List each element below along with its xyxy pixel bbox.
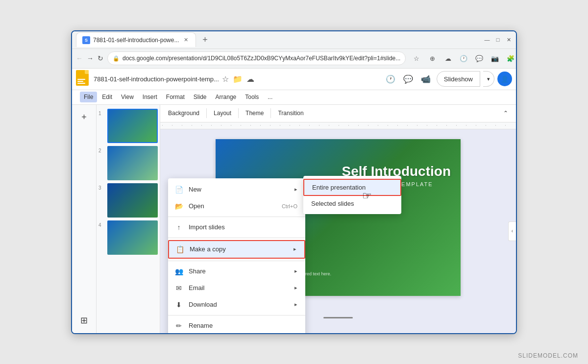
- theme-label: Theme: [245, 110, 264, 117]
- folder-icon[interactable]: 📁: [233, 74, 243, 84]
- cloud-icon[interactable]: ☁: [441, 51, 455, 65]
- slide-number-4: 4: [98, 222, 105, 228]
- tab-close-button[interactable]: ✕: [182, 36, 190, 44]
- lock-icon: 🔒: [113, 55, 120, 62]
- import-icon: ↑: [174, 222, 184, 232]
- panel-collapse-handle[interactable]: ‹: [508, 221, 516, 241]
- minimize-button[interactable]: —: [484, 36, 490, 43]
- menu-more[interactable]: ...: [264, 92, 276, 102]
- open-icon: 📂: [174, 201, 184, 211]
- toolbar-icons: 🕐 💬 📹: [383, 71, 434, 87]
- copy-arrow: ▸: [294, 246, 296, 252]
- download-label: Download: [189, 301, 290, 308]
- slide-number-2: 2: [98, 148, 105, 153]
- submenu-entire-presentation[interactable]: Entire presentation: [303, 179, 401, 196]
- history-icon[interactable]: 🕐: [457, 51, 470, 65]
- menu-edit[interactable]: Edit: [98, 92, 116, 102]
- open-label: Open: [189, 202, 277, 210]
- back-button[interactable]: ←: [76, 51, 83, 65]
- background-label: Background: [168, 110, 199, 117]
- email-icon: ✉: [174, 283, 184, 293]
- rename-icon: ✏: [174, 321, 184, 331]
- menu-format[interactable]: Format: [162, 92, 189, 102]
- url-bar[interactable]: 🔒 docs.google.com/presentation/d/1D9CiL0…: [107, 51, 406, 65]
- menu-arrange[interactable]: Arrange: [212, 92, 241, 102]
- slide-number-3: 3: [98, 185, 105, 191]
- user-avatar[interactable]: 👤: [497, 72, 512, 86]
- layout-label: Layout: [214, 110, 231, 117]
- new-tab-button[interactable]: +: [198, 33, 212, 47]
- left-panel: + ⊞: [72, 105, 97, 333]
- maximize-button[interactable]: □: [494, 36, 501, 43]
- menu-insert[interactable]: Insert: [139, 92, 161, 102]
- title-bar: S 7881-01-self-introduction-powe... ✕ + …: [72, 31, 516, 49]
- star-icon[interactable]: ☆: [222, 74, 229, 84]
- ruler: [160, 122, 516, 129]
- app-bar: 7881-01-self-introduction-powerpoint-tem…: [72, 69, 516, 90]
- copy-icon: 📋: [175, 244, 185, 254]
- file-dropdown-menu: 📄 New ▸ 📂 Open Ctrl+O ↑ Import slides 📋 …: [168, 178, 305, 333]
- extension-icon[interactable]: 🧩: [504, 51, 517, 65]
- menu-file[interactable]: File: [80, 92, 97, 102]
- menu-slide[interactable]: Slide: [190, 92, 211, 102]
- file-menu-rename[interactable]: ✏ Rename: [168, 317, 305, 333]
- meet-icon[interactable]: 📹: [418, 71, 434, 87]
- file-menu-import[interactable]: ↑ Import slides: [168, 219, 305, 236]
- transition-button[interactable]: Transition: [274, 106, 307, 120]
- tab-title: 7881-01-self-introduction-powe...: [93, 37, 179, 44]
- camera-icon[interactable]: 📷: [488, 51, 502, 65]
- download-icon: ⬇: [174, 300, 184, 310]
- close-button[interactable]: ✕: [505, 36, 512, 43]
- copy-label: Make a copy: [190, 245, 289, 253]
- tab-favicon: S: [82, 36, 90, 44]
- address-bar-icons: ☆ ⊕ ☁ 🕐 💬 📷 🧩 ⊡ ⋮: [410, 51, 517, 65]
- slide-thumb-2[interactable]: 2: [98, 146, 158, 180]
- app-title: 7881-01-self-introduction-powerpoint-tem…: [94, 75, 219, 83]
- submenu-selected-slides[interactable]: Selected slides: [303, 196, 401, 211]
- file-menu-open[interactable]: 📂 Open Ctrl+O: [168, 198, 305, 215]
- slide-thumb-3[interactable]: 3: [98, 183, 158, 218]
- slide-thumbnail-2[interactable]: [107, 146, 158, 180]
- slide-thumb-4[interactable]: 4: [98, 220, 158, 255]
- bookmark-icon[interactable]: ☆: [410, 51, 423, 65]
- app-title-icons: ☆ 📁 ☁: [222, 74, 254, 84]
- slide-thumbnail-3[interactable]: [107, 183, 158, 218]
- divider-3: [168, 261, 305, 261]
- layout-button[interactable]: Layout: [210, 106, 235, 120]
- slideshow-dropdown-button[interactable]: ▾: [483, 71, 494, 87]
- make-copy-submenu: Entire presentation Selected slides ☞: [303, 176, 401, 214]
- background-button[interactable]: Background: [164, 106, 203, 120]
- gdrive-icon[interactable]: ⊕: [425, 51, 439, 65]
- email-arrow: ▸: [294, 285, 297, 291]
- forward-button[interactable]: →: [87, 51, 94, 65]
- file-menu-email[interactable]: ✉ Email ▸: [168, 280, 305, 296]
- collapse-toolbar-button[interactable]: ⌃: [499, 106, 512, 120]
- grid-view-button[interactable]: ⊞: [75, 312, 93, 329]
- selected-slides-label: Selected slides: [311, 200, 354, 207]
- share-arrow: ▸: [294, 268, 297, 274]
- slide-thumb-1[interactable]: 1: [98, 109, 158, 143]
- add-slide-button[interactable]: +: [75, 109, 93, 126]
- import-label: Import slides: [189, 223, 297, 231]
- share-label: Share: [189, 267, 290, 275]
- cloud-save-icon[interactable]: ☁: [246, 74, 254, 84]
- file-menu-download[interactable]: ⬇ Download ▸: [168, 296, 305, 313]
- theme-button[interactable]: Theme: [242, 106, 268, 120]
- comment-icon[interactable]: 💬: [472, 51, 486, 65]
- file-menu-make-copy[interactable]: 📋 Make a copy ▸: [168, 240, 305, 259]
- history-toolbar-icon[interactable]: 🕐: [383, 71, 398, 87]
- menu-tools[interactable]: Tools: [241, 92, 263, 102]
- slide-thumbnail-4[interactable]: [107, 220, 158, 255]
- download-arrow: ▸: [294, 301, 297, 308]
- file-menu-share[interactable]: 👥 Share ▸: [168, 263, 305, 280]
- tab-area: S 7881-01-self-introduction-powe... ✕ +: [76, 32, 484, 47]
- reload-button[interactable]: ↻: [98, 51, 103, 65]
- browser-window: S 7881-01-self-introduction-powe... ✕ + …: [71, 30, 517, 334]
- active-tab[interactable]: S 7881-01-self-introduction-powe... ✕: [76, 32, 196, 47]
- slides-logo: [76, 70, 91, 88]
- slideshow-button[interactable]: Slideshow: [437, 71, 480, 87]
- comments-icon[interactable]: 💬: [400, 71, 416, 87]
- menu-view[interactable]: View: [117, 92, 138, 102]
- slide-thumbnail-1[interactable]: [107, 109, 158, 143]
- file-menu-new[interactable]: 📄 New ▸: [168, 181, 305, 198]
